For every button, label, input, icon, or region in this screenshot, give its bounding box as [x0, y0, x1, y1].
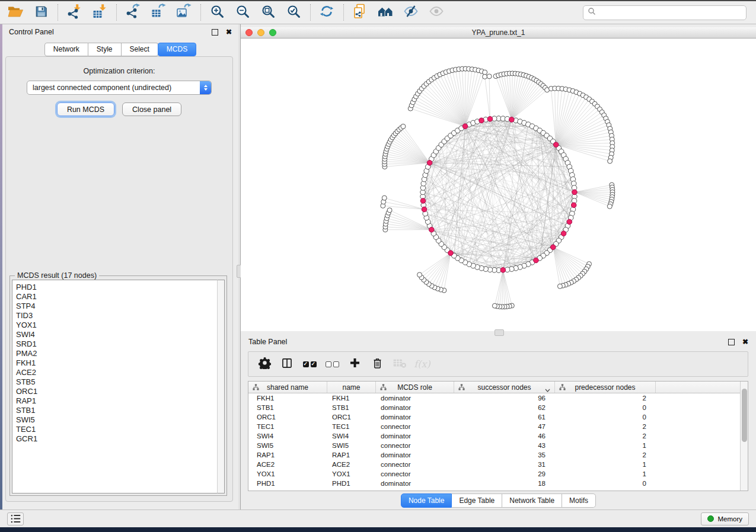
network-node[interactable] [608, 159, 613, 164]
network-node[interactable] [382, 196, 387, 200]
run-mcds-button[interactable]: Run MCDS [57, 102, 114, 116]
export-image-button[interactable] [173, 3, 194, 22]
mcds-node[interactable] [561, 231, 566, 236]
mcds-result-item[interactable]: PHD1 [16, 283, 217, 292]
criterion-dropdown[interactable]: largest connected component (undirected) [27, 81, 212, 95]
export-network-button[interactable] [122, 3, 143, 22]
table-row[interactable]: ACE2ACE2connector311 [248, 460, 740, 469]
zoom-fit-button[interactable] [257, 3, 279, 22]
import-table-button[interactable] [89, 3, 110, 22]
table-tab-edge-table[interactable]: Edge Table [452, 493, 502, 508]
mcds-node[interactable] [534, 258, 539, 263]
table-settings-button[interactable] [253, 354, 276, 375]
network-node[interactable] [487, 74, 492, 79]
table-tab-motifs[interactable]: Motifs [562, 493, 596, 508]
zoom-selected-button[interactable] [283, 3, 304, 22]
mcds-result-item[interactable]: SRD1 [16, 339, 217, 349]
mcds-result-item[interactable]: ORC1 [16, 387, 217, 396]
mcds-node[interactable] [427, 161, 432, 166]
memory-button[interactable]: Memory [701, 512, 749, 525]
control-tab-select[interactable]: Select [122, 43, 158, 56]
mcds-node[interactable] [567, 219, 572, 225]
mcds-result-item[interactable]: TID3 [16, 311, 217, 321]
mcds-list-scrollbar[interactable] [217, 280, 225, 493]
table-row[interactable]: FKH1FKH1dominator962 [248, 393, 740, 403]
column-header-predecessor-nodes[interactable]: predecessor nodes [555, 382, 656, 393]
column-header-name[interactable]: name [327, 382, 376, 393]
copy-network-button[interactable] [349, 3, 371, 22]
mcds-node[interactable] [500, 267, 506, 273]
mcds-result-item[interactable]: RAP1 [16, 396, 217, 406]
table-row[interactable]: SWI4SWI4dominator462 [248, 431, 740, 441]
control-panel-close-icon[interactable]: ✖ [226, 28, 232, 36]
table-row[interactable]: ORC1ORC1dominator610 [248, 412, 740, 422]
mcds-node[interactable] [572, 190, 578, 195]
mcds-node[interactable] [509, 117, 515, 123]
table-row[interactable]: SWI5SWI5connector431 [248, 441, 740, 450]
window-minimize-button[interactable] [257, 29, 264, 36]
column-header-shared-name[interactable]: shared name [248, 382, 327, 393]
show-columns-button[interactable] [276, 354, 298, 375]
mcds-result-item[interactable]: PMA2 [16, 349, 217, 358]
network-node[interactable] [387, 208, 392, 213]
table-panel-close-icon[interactable]: ✖ [742, 338, 748, 345]
search-input[interactable] [596, 5, 746, 20]
mcds-result-item[interactable]: CAR1 [16, 292, 217, 302]
table-row[interactable]: TEC1TEC1connector472 [248, 422, 740, 431]
network-node[interactable] [492, 303, 497, 308]
zoom-out-button[interactable] [232, 3, 253, 22]
save-session-button[interactable] [30, 3, 52, 22]
window-close-button[interactable] [245, 29, 253, 36]
network-node[interactable] [417, 273, 422, 277]
column-header-mcds-role[interactable]: MCDS role [376, 382, 454, 393]
network-canvas[interactable] [241, 39, 756, 331]
table-row[interactable]: RAP1RAP1dominator352 [248, 450, 740, 460]
control-tab-mcds[interactable]: MCDS [158, 43, 196, 56]
mcds-node[interactable] [422, 207, 427, 212]
hide-selected-button[interactable] [400, 3, 422, 22]
mcds-node[interactable] [420, 198, 426, 204]
mcds-result-item[interactable]: SWI4 [16, 330, 217, 339]
select-all-rows-button[interactable] [298, 354, 321, 375]
first-neighbors-button[interactable] [375, 3, 396, 22]
mcds-result-item[interactable]: SWI5 [16, 415, 217, 425]
table-row[interactable]: PHD1PHD1dominator180 [248, 479, 740, 488]
table-row[interactable]: STB1STB1dominator620 [248, 403, 740, 412]
mcds-node[interactable] [479, 118, 484, 123]
network-node[interactable] [557, 284, 562, 289]
mcds-result-item[interactable]: GCR1 [16, 434, 217, 444]
zoom-in-button[interactable] [206, 3, 228, 22]
network-node[interactable] [483, 70, 487, 75]
panel-menu-button[interactable] [7, 512, 24, 525]
control-tab-style[interactable]: Style [88, 43, 122, 56]
mcds-result-item[interactable]: STB5 [16, 377, 217, 387]
close-panel-button[interactable]: Close panel [122, 102, 181, 116]
mcds-result-item[interactable]: YOX1 [16, 321, 217, 330]
deselect-all-rows-button[interactable] [321, 354, 343, 375]
table-tab-network-table[interactable]: Network Table [502, 493, 562, 508]
export-table-button[interactable] [148, 3, 169, 22]
table-scrollbar-thumb[interactable] [742, 389, 747, 442]
mcds-node[interactable] [550, 245, 556, 250]
table-panel-float-icon[interactable] [728, 339, 735, 345]
mcds-node[interactable] [487, 117, 493, 122]
open-file-button[interactable] [5, 3, 26, 22]
mcds-result-item[interactable]: FKH1 [16, 358, 217, 368]
control-tab-network[interactable]: Network [44, 43, 88, 56]
mcds-node[interactable] [571, 203, 576, 208]
refresh-view-button[interactable] [316, 3, 337, 22]
mcds-result-item[interactable]: STB1 [16, 406, 217, 415]
table-row[interactable]: YOX1YOX1connector291 [248, 469, 740, 479]
mcds-node[interactable] [553, 142, 559, 148]
import-network-button[interactable] [63, 3, 85, 22]
table-tab-node-table[interactable]: Node Table [401, 493, 452, 508]
window-maximize-button[interactable] [269, 29, 276, 36]
mcds-result-item[interactable]: ACE2 [16, 368, 217, 377]
column-header-successor-nodes[interactable]: successor nodes [454, 382, 555, 393]
network-node[interactable] [401, 124, 406, 129]
mcds-result-item[interactable]: TEC1 [16, 425, 217, 434]
mcds-node[interactable] [462, 124, 468, 129]
control-panel-float-icon[interactable] [212, 29, 218, 36]
mcds-result-item[interactable]: STP4 [16, 302, 217, 311]
add-column-button[interactable] [343, 354, 366, 375]
